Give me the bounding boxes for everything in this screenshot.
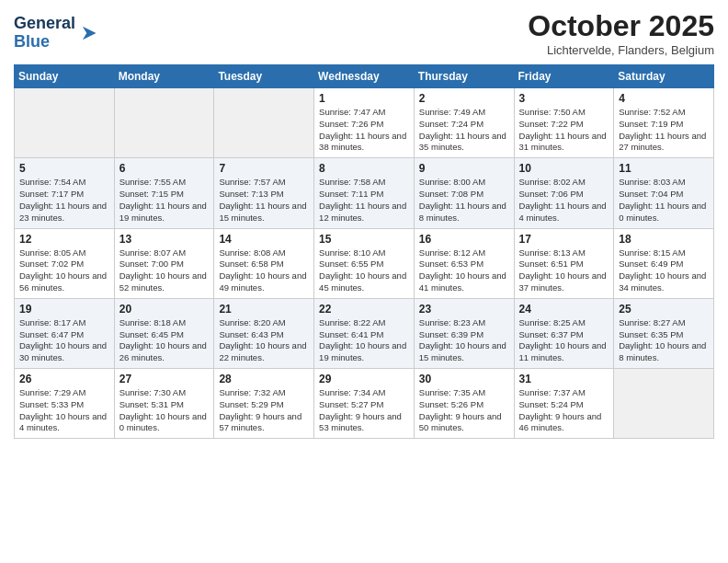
day-number: 16 [419,233,509,246]
table-row: 8Sunrise: 7:58 AM Sunset: 7:11 PM Daylig… [314,158,415,228]
table-row: 30Sunrise: 7:35 AM Sunset: 5:26 PM Dayli… [414,369,514,439]
day-number: 26 [19,373,109,385]
day-number: 27 [119,373,210,385]
table-row [114,88,214,158]
table-row: 3Sunrise: 7:50 AM Sunset: 7:22 PM Daylig… [514,88,614,158]
day-info: Sunrise: 7:58 AM Sunset: 7:11 PM Dayligh… [319,177,409,224]
day-number: 28 [219,373,309,385]
title-area: October 2025 Lichtervelde, Flanders, Bel… [528,9,714,57]
day-info: Sunrise: 8:12 AM Sunset: 6:53 PM Dayligh… [419,247,509,294]
table-row: 2Sunrise: 7:49 AM Sunset: 7:24 PM Daylig… [414,88,514,158]
col-friday: Friday [514,65,614,88]
col-saturday: Saturday [614,65,714,88]
col-wednesday: Wednesday [314,65,415,88]
table-row: 28Sunrise: 7:32 AM Sunset: 5:29 PM Dayli… [214,369,314,439]
col-sunday: Sunday [15,65,115,88]
day-number: 12 [19,233,109,246]
table-row: 5Sunrise: 7:54 AM Sunset: 7:17 PM Daylig… [15,158,115,228]
day-info: Sunrise: 8:27 AM Sunset: 6:35 PM Dayligh… [619,317,709,364]
day-number: 15 [319,233,409,246]
logo-icon [77,23,97,43]
table-row: 12Sunrise: 8:05 AM Sunset: 7:02 PM Dayli… [15,228,115,298]
table-row: 14Sunrise: 8:08 AM Sunset: 6:58 PM Dayli… [214,228,314,298]
day-number: 23 [419,303,509,316]
page: General Blue October 2025 Lichtervelde, … [0,0,728,453]
day-info: Sunrise: 8:25 AM Sunset: 6:37 PM Dayligh… [519,317,609,364]
table-row: 1Sunrise: 7:47 AM Sunset: 7:26 PM Daylig… [314,88,415,158]
day-number: 24 [519,303,609,316]
logo-line1: General [14,15,75,33]
day-number: 17 [519,233,609,246]
table-row: 4Sunrise: 7:52 AM Sunset: 7:19 PM Daylig… [614,88,714,158]
day-number: 20 [119,303,210,316]
table-row: 27Sunrise: 7:30 AM Sunset: 5:31 PM Dayli… [114,369,214,439]
table-row [614,369,714,439]
day-info: Sunrise: 8:02 AM Sunset: 7:06 PM Dayligh… [519,177,609,224]
week-row-4: 19Sunrise: 8:17 AM Sunset: 6:47 PM Dayli… [15,298,714,368]
table-row: 15Sunrise: 8:10 AM Sunset: 6:55 PM Dayli… [314,228,415,298]
calendar-header-row: Sunday Monday Tuesday Wednesday Thursday… [15,65,714,88]
day-info: Sunrise: 7:50 AM Sunset: 7:22 PM Dayligh… [519,107,609,154]
table-row: 21Sunrise: 8:20 AM Sunset: 6:43 PM Dayli… [214,298,314,368]
logo: General Blue [14,15,97,52]
week-row-1: 1Sunrise: 7:47 AM Sunset: 7:26 PM Daylig… [15,88,714,158]
day-number: 13 [119,233,210,246]
table-row: 19Sunrise: 8:17 AM Sunset: 6:47 PM Dayli… [15,298,115,368]
day-info: Sunrise: 7:32 AM Sunset: 5:29 PM Dayligh… [219,387,309,434]
day-info: Sunrise: 7:35 AM Sunset: 5:26 PM Dayligh… [419,387,509,434]
day-number: 2 [419,92,509,105]
day-info: Sunrise: 7:47 AM Sunset: 7:26 PM Dayligh… [319,107,409,154]
table-row: 13Sunrise: 8:07 AM Sunset: 7:00 PM Dayli… [114,228,214,298]
day-number: 1 [319,92,409,105]
table-row [214,88,314,158]
day-info: Sunrise: 8:10 AM Sunset: 6:55 PM Dayligh… [319,247,409,294]
table-row: 24Sunrise: 8:25 AM Sunset: 6:37 PM Dayli… [514,298,614,368]
week-row-2: 5Sunrise: 7:54 AM Sunset: 7:17 PM Daylig… [15,158,714,228]
day-number: 6 [119,162,210,175]
location: Lichtervelde, Flanders, Belgium [528,43,714,57]
calendar: Sunday Monday Tuesday Wednesday Thursday… [14,64,714,439]
col-thursday: Thursday [414,65,514,88]
table-row: 10Sunrise: 8:02 AM Sunset: 7:06 PM Dayli… [514,158,614,228]
col-monday: Monday [114,65,214,88]
day-number: 5 [19,162,109,175]
day-info: Sunrise: 8:22 AM Sunset: 6:41 PM Dayligh… [319,317,409,364]
day-number: 19 [19,303,109,316]
table-row: 9Sunrise: 8:00 AM Sunset: 7:08 PM Daylig… [414,158,514,228]
day-info: Sunrise: 8:17 AM Sunset: 6:47 PM Dayligh… [19,317,109,364]
day-number: 8 [319,162,409,175]
day-info: Sunrise: 7:34 AM Sunset: 5:27 PM Dayligh… [319,387,409,434]
week-row-5: 26Sunrise: 7:29 AM Sunset: 5:33 PM Dayli… [15,369,714,439]
day-info: Sunrise: 7:54 AM Sunset: 7:17 PM Dayligh… [19,177,109,224]
table-row [15,88,115,158]
month-title: October 2025 [528,9,714,43]
day-info: Sunrise: 8:18 AM Sunset: 6:45 PM Dayligh… [119,317,210,364]
day-number: 31 [519,373,609,385]
day-info: Sunrise: 8:08 AM Sunset: 6:58 PM Dayligh… [219,247,309,294]
day-info: Sunrise: 8:03 AM Sunset: 7:04 PM Dayligh… [619,177,709,224]
logo-line2: Blue [14,33,75,52]
day-number: 29 [319,373,409,385]
day-number: 3 [519,92,609,105]
table-row: 31Sunrise: 7:37 AM Sunset: 5:24 PM Dayli… [514,369,614,439]
day-info: Sunrise: 8:07 AM Sunset: 7:00 PM Dayligh… [119,247,210,294]
svg-marker-0 [83,27,97,40]
day-number: 14 [219,233,309,246]
table-row: 18Sunrise: 8:15 AM Sunset: 6:49 PM Dayli… [614,228,714,298]
day-number: 30 [419,373,509,385]
table-row: 7Sunrise: 7:57 AM Sunset: 7:13 PM Daylig… [214,158,314,228]
table-row: 20Sunrise: 8:18 AM Sunset: 6:45 PM Dayli… [114,298,214,368]
day-info: Sunrise: 8:13 AM Sunset: 6:51 PM Dayligh… [519,247,609,294]
day-number: 25 [619,303,709,316]
day-info: Sunrise: 8:20 AM Sunset: 6:43 PM Dayligh… [219,317,309,364]
day-number: 4 [619,92,709,105]
day-number: 22 [319,303,409,316]
week-row-3: 12Sunrise: 8:05 AM Sunset: 7:02 PM Dayli… [15,228,714,298]
day-number: 10 [519,162,609,175]
day-number: 11 [619,162,709,175]
day-number: 21 [219,303,309,316]
day-info: Sunrise: 7:55 AM Sunset: 7:15 PM Dayligh… [119,177,210,224]
day-info: Sunrise: 8:05 AM Sunset: 7:02 PM Dayligh… [19,247,109,294]
col-tuesday: Tuesday [214,65,314,88]
day-info: Sunrise: 7:57 AM Sunset: 7:13 PM Dayligh… [219,177,309,224]
